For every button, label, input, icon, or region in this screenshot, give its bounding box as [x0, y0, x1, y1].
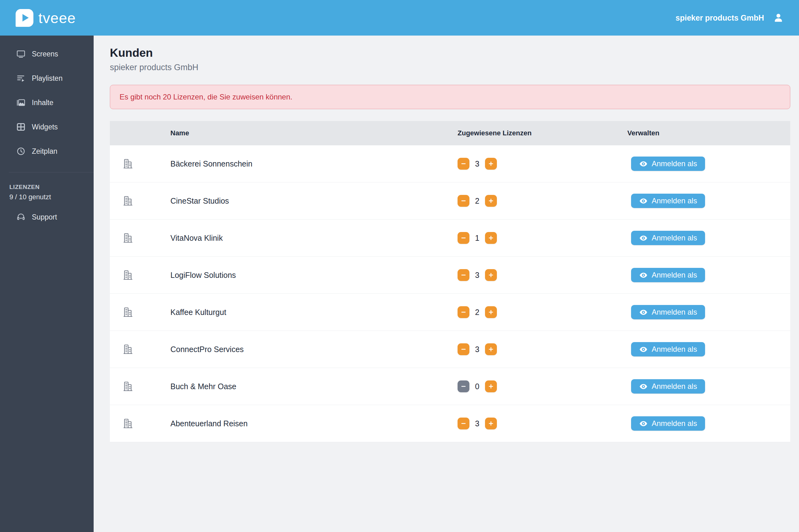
- eye-icon: [639, 308, 648, 317]
- decrease-license-button[interactable]: [457, 232, 469, 244]
- license-stepper: 3: [457, 343, 627, 355]
- login-as-button[interactable]: Anmelden als: [631, 231, 705, 245]
- sidebar-item-widgets[interactable]: Widgets: [0, 115, 94, 139]
- sidebar-item-label: Inhalte: [32, 98, 53, 107]
- minus-icon: [460, 198, 467, 204]
- decrease-license-button[interactable]: [457, 269, 469, 281]
- increase-license-button[interactable]: [485, 232, 497, 244]
- building-icon: [122, 269, 134, 281]
- user-icon[interactable]: [773, 12, 784, 23]
- table-row: Buch & Mehr Oase 0 Anmelden als: [110, 368, 790, 405]
- login-as-button[interactable]: Anmelden als: [631, 379, 705, 394]
- increase-license-button[interactable]: [485, 343, 497, 355]
- brand-logo[interactable]: tveee: [16, 9, 76, 27]
- login-as-button[interactable]: Anmelden als: [631, 305, 705, 319]
- sidebar-item-zeitplan[interactable]: Zeitplan: [0, 139, 94, 164]
- customer-table: Name Zugewiesene Lizenzen Verwalten Bäck…: [110, 121, 790, 442]
- login-as-button[interactable]: Anmelden als: [631, 416, 705, 431]
- license-stepper: 2: [457, 306, 627, 318]
- license-stepper: 3: [457, 418, 627, 430]
- customer-table-body: Bäckerei Sonnenschein 3 Anmelden als: [110, 145, 790, 442]
- account-menu[interactable]: spieker products GmbH: [676, 12, 784, 23]
- license-stepper: 2: [457, 195, 627, 207]
- widgets-grid-icon: [16, 122, 25, 132]
- eye-icon: [639, 419, 648, 428]
- license-count: 2: [473, 308, 481, 317]
- eye-icon: [639, 382, 648, 391]
- plus-icon: [488, 160, 494, 167]
- decrease-license-button[interactable]: [457, 158, 469, 170]
- plus-icon: [488, 420, 494, 426]
- eye-icon: [639, 197, 648, 205]
- sidebar-item-inhalte[interactable]: Inhalte: [0, 91, 94, 115]
- license-count: 3: [473, 419, 481, 428]
- images-icon: [16, 98, 25, 107]
- table-row: CineStar Studios 2 Anmelden als: [110, 183, 790, 220]
- building-icon: [122, 195, 134, 207]
- eye-icon: [639, 271, 648, 280]
- minus-icon: [460, 383, 467, 390]
- eye-icon: [639, 160, 648, 168]
- column-header-name: Name: [170, 129, 457, 137]
- licenses-alert-text: Es gibt noch 20 Lizenzen, die Sie zuweis…: [120, 93, 292, 101]
- increase-license-button[interactable]: [485, 269, 497, 281]
- clock-icon: [16, 147, 25, 156]
- table-row: LogiFlow Solutions 3 Anmelden als: [110, 256, 790, 294]
- login-as-label: Anmelden als: [652, 196, 697, 205]
- sidebar-item-playlisten[interactable]: Playlisten: [0, 66, 94, 91]
- brand-name: tveee: [38, 11, 76, 25]
- license-count: 0: [473, 382, 481, 391]
- login-as-button[interactable]: Anmelden als: [631, 268, 705, 282]
- customer-name: Abenteuerland Reisen: [170, 419, 457, 428]
- eye-icon: [639, 234, 648, 242]
- column-header-licenses: Zugewiesene Lizenzen: [457, 129, 627, 137]
- login-as-button[interactable]: Anmelden als: [631, 156, 705, 171]
- licenses-heading: LIZENZEN: [0, 184, 94, 191]
- decrease-license-button[interactable]: [457, 195, 469, 207]
- table-row: ConnectPro Services 3 Anmelden als: [110, 331, 790, 368]
- table-row: Bäckerei Sonnenschein 3 Anmelden als: [110, 145, 790, 183]
- login-as-label: Anmelden als: [652, 382, 697, 391]
- customer-name: Buch & Mehr Oase: [170, 382, 457, 391]
- increase-license-button[interactable]: [485, 418, 497, 430]
- license-count: 3: [473, 159, 481, 168]
- eye-icon: [639, 345, 648, 354]
- increase-license-button[interactable]: [485, 195, 497, 207]
- sidebar-item-label: Screens: [32, 50, 58, 58]
- minus-icon: [460, 309, 467, 315]
- login-as-label: Anmelden als: [652, 419, 697, 428]
- sidebar-item-label: Support: [32, 213, 57, 222]
- minus-icon: [460, 160, 467, 167]
- sidebar-item-label: Widgets: [32, 123, 58, 131]
- licenses-alert: Es gibt noch 20 Lizenzen, die Sie zuweis…: [110, 85, 790, 109]
- increase-license-button[interactable]: [485, 306, 497, 318]
- sidebar-item-screens[interactable]: Screens: [0, 42, 94, 66]
- table-row: Kaffee Kulturgut 2 Anmelden als: [110, 294, 790, 331]
- sidebar-item-label: Playlisten: [32, 74, 62, 83]
- increase-license-button[interactable]: [485, 158, 497, 170]
- sidebar-divider: [9, 172, 94, 172]
- license-stepper: 3: [457, 269, 627, 281]
- licenses-summary: LIZENZEN 9 / 10 genutzt: [0, 184, 94, 201]
- building-icon: [122, 380, 134, 392]
- customer-name: LogiFlow Solutions: [170, 271, 457, 280]
- login-as-button[interactable]: Anmelden als: [631, 342, 705, 357]
- license-stepper: 3: [457, 158, 627, 170]
- decrease-license-button[interactable]: [457, 306, 469, 318]
- login-as-label: Anmelden als: [652, 159, 697, 168]
- headset-icon: [16, 212, 25, 222]
- decrease-license-button[interactable]: [457, 418, 469, 430]
- license-count: 2: [473, 196, 481, 206]
- sidebar-item-support[interactable]: Support: [0, 205, 94, 229]
- table-row: VitaNova Klinik 1 Anmelden als: [110, 220, 790, 256]
- table-row: Abenteuerland Reisen 3 Anmelden als: [110, 405, 790, 442]
- licenses-usage: 9 / 10 genutzt: [0, 193, 94, 201]
- decrease-license-button[interactable]: [457, 343, 469, 355]
- increase-license-button[interactable]: [485, 380, 497, 392]
- building-icon: [122, 343, 134, 355]
- login-as-button[interactable]: Anmelden als: [631, 194, 705, 208]
- decrease-license-button[interactable]: [457, 380, 469, 392]
- building-icon: [122, 158, 134, 170]
- customer-name: ConnectPro Services: [170, 345, 457, 354]
- brand-play-icon: [16, 9, 33, 27]
